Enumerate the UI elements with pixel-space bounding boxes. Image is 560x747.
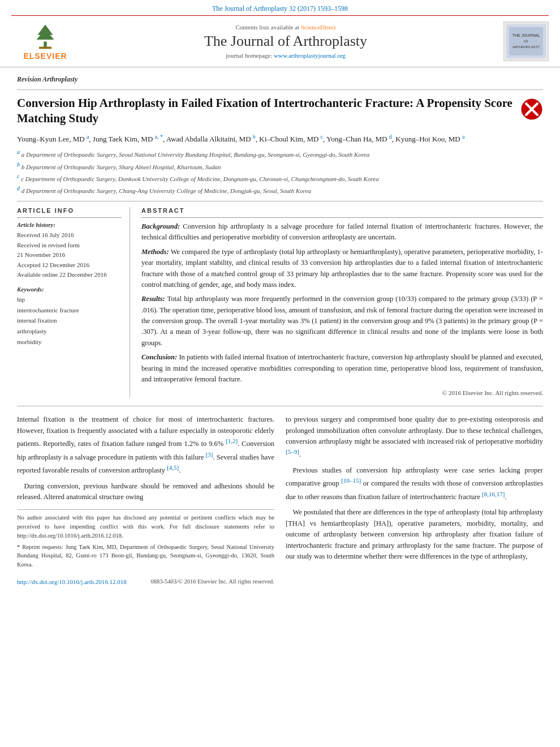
crossmark-logo	[520, 98, 543, 121]
background-text: Conversion hip arthroplasty is a salvage…	[141, 222, 543, 241]
methods-text: We compared the type of arthroplasty (to…	[141, 248, 543, 289]
keyword-intertrochanteric: intertrochanteric fracture	[17, 305, 122, 316]
history-received: Received 16 July 2016	[17, 230, 122, 241]
abstract-background: Background: Conversion hip arthroplasty …	[141, 221, 543, 243]
homepage-link[interactable]: www.arthroplastyjournal.org	[274, 52, 346, 59]
elsevier-brand-text: ELSEVIER	[23, 51, 67, 61]
doi-link[interactable]: http://dx.doi.org/10.1016/j.arth.2016.12…	[17, 577, 127, 587]
ref-link-3[interactable]: [3]	[206, 451, 213, 458]
ref-link-10-15[interactable]: [10–15]	[341, 477, 361, 484]
abstract-content: Background: Conversion hip arthroplasty …	[141, 221, 543, 398]
journal-logo-image: THE JOURNAL OF ARTHROPLASTY	[503, 22, 549, 61]
svg-text:ARTHROPLASTY: ARTHROPLASTY	[512, 45, 540, 49]
journal-center-info: Contents lists available at ScienceDirec…	[79, 24, 492, 59]
affiliation-c: c c Department of Orthopaedic Surgery, D…	[17, 172, 543, 183]
contents-available-text: Contents lists available at ScienceDirec…	[79, 24, 492, 31]
footer-copyright: 0883-5403/© 2016 Elsevier Inc. All right…	[150, 577, 274, 586]
abstract-conclusion: Conclusion: In patients with failed inte…	[141, 352, 543, 385]
keywords-label: Keywords:	[17, 286, 122, 293]
elsevier-tree-icon	[28, 22, 62, 50]
abstract-methods: Methods: We compared the type of arthrop…	[141, 247, 543, 291]
article-info-header: ARTICLE INFO	[17, 207, 122, 214]
body-col-right: to previous surgery and compromised bone…	[286, 414, 543, 587]
results-text: Total hip arthroplasty was more frequent…	[141, 295, 543, 347]
history-received-revised-label: Received in revised form	[17, 241, 122, 251]
article-history-label: Article history:	[17, 221, 122, 228]
keyword-morbidity: morbidity	[17, 337, 122, 347]
affiliation-d: d d Department of Orthopaedic Surgery, C…	[17, 184, 543, 195]
history-accepted: Accepted 12 December 2016	[17, 260, 122, 271]
body-para-1: Internal fixation is the treatment of ch…	[17, 414, 274, 476]
ref-link-1-2[interactable]: [1,2]	[226, 437, 238, 444]
elsevier-logo: ELSEVIER	[11, 22, 79, 61]
journal-homepage: journal homepage: www.arthroplastyjourna…	[79, 52, 492, 59]
article-title-text: Conversion Hip Arthroplasty in Failed Fi…	[17, 96, 520, 127]
svg-text:OF: OF	[524, 40, 529, 43]
journal-header: ELSEVIER Contents lists available at Sci…	[0, 16, 560, 67]
section-tag: Revision Arthroplasty	[17, 75, 543, 84]
journal-title: The Journal of Arthroplasty	[79, 33, 492, 50]
background-label: Background:	[141, 222, 180, 230]
abstract-col: ABSTRACT Background: Conversion hip arth…	[141, 207, 543, 398]
article-body: Revision Arthroplasty Conversion Hip Art…	[0, 75, 560, 587]
abstract-header: ABSTRACT	[141, 207, 543, 214]
affiliation-b: b b Department of Orthopaedic Surgery, S…	[17, 160, 543, 171]
keyword-hip: hip	[17, 294, 122, 305]
footer-links: http://dx.doi.org/10.1016/j.arth.2016.12…	[17, 575, 274, 587]
authors-line: Young–Kyun Lee, MD a, Jung Taek Kim, MD …	[17, 132, 543, 145]
sciencedirect-link[interactable]: ScienceDirect	[301, 24, 336, 31]
ref-link-8-16-17[interactable]: [8,16,17]	[482, 491, 505, 497]
footnote-section: No author associated with this paper has…	[17, 509, 274, 569]
results-label: Results:	[141, 295, 165, 303]
crossmark-icon[interactable]	[520, 98, 543, 121]
affiliation-a: a a Department of Orthopaedic Surgery, S…	[17, 148, 543, 159]
body-para-3: to previous surgery and compromised bone…	[286, 414, 543, 461]
body-text-section: Internal fixation is the treatment of ch…	[17, 414, 543, 587]
article-title-block: Conversion Hip Arthroplasty in Failed Fi…	[17, 96, 543, 127]
conclusion-text: In patients with failed internal fixatio…	[141, 353, 543, 383]
body-para-5: We postulated that there are differences…	[286, 507, 543, 562]
arthroplasty-logo-icon: THE JOURNAL OF ARTHROPLASTY	[506, 24, 546, 58]
footnote-1: No author associated with this paper has…	[17, 513, 274, 540]
footnote-2: * Reprint requests: Jung Taek Kim, MD, D…	[17, 543, 274, 569]
body-para-2: During conversion, previous hardware sho…	[17, 481, 274, 503]
svg-text:THE JOURNAL: THE JOURNAL	[512, 33, 540, 37]
keyword-internal-fixation: internal fixation	[17, 315, 122, 326]
ref-link-5-9[interactable]: [5–9]	[286, 448, 299, 455]
svg-rect-3	[39, 47, 51, 49]
keyword-arthroplasty: arthroplasty	[17, 326, 122, 337]
article-info-abstract-section: ARTICLE INFO Article history: Received 1…	[17, 207, 543, 398]
copyright-line: © 2016 Elsevier Inc. All rights reserved…	[141, 388, 543, 398]
conclusion-label: Conclusion:	[141, 353, 177, 361]
history-received-revised-date: 21 November 2016	[17, 250, 122, 260]
body-col-left: Internal fixation is the treatment of ch…	[17, 414, 274, 587]
body-para-4: Previous studies of conversion hip arthr…	[286, 465, 543, 503]
abstract-results: Results: Total hip arthroplasty was more…	[141, 294, 543, 349]
history-available-online: Available online 22 December 2016	[17, 270, 122, 280]
journal-logo-right: THE JOURNAL OF ARTHROPLASTY	[492, 22, 549, 61]
affiliations-block: a a Department of Orthopaedic Surgery, S…	[17, 148, 543, 195]
journal-reference: The Journal of Arthroplasty 32 (2017) 15…	[0, 0, 560, 15]
article-info-col: ARTICLE INFO Article history: Received 1…	[17, 207, 130, 398]
ref-link-4-5[interactable]: [4,5]	[167, 464, 179, 471]
methods-label: Methods:	[141, 248, 169, 256]
